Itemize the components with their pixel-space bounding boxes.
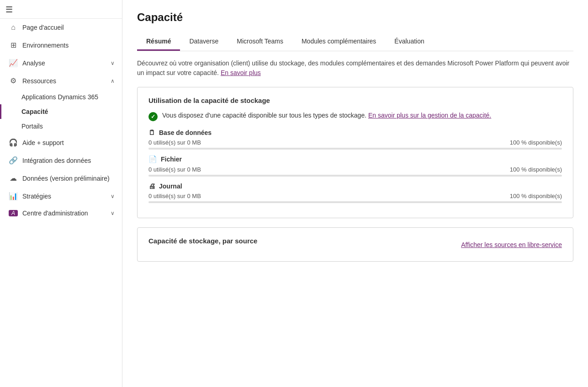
tab-teams[interactable]: Microsoft Teams bbox=[228, 33, 292, 51]
tab-dataverse[interactable]: Dataverse bbox=[180, 33, 228, 51]
page-title: Capacité bbox=[137, 11, 573, 24]
centre-icon: A bbox=[9, 210, 18, 216]
tab-evaluation[interactable]: Évaluation bbox=[385, 33, 433, 51]
sidebar: ☰ ⌂ Page d'accueil ⊞ Environnements 📈 An… bbox=[0, 0, 122, 387]
storage-card-title: Utilisation de la capacité de stockage bbox=[148, 97, 562, 104]
tab-modules[interactable]: Modules complémentaires bbox=[292, 33, 385, 51]
sidebar-item-aide[interactable]: 🎧 Aide + support bbox=[0, 134, 122, 151]
database-available-text: 100 % disponible(s) bbox=[510, 139, 562, 146]
database-progress-bg bbox=[148, 148, 562, 150]
source-card-link[interactable]: Afficher les sources en libre-service bbox=[461, 241, 562, 248]
home-icon: ⌂ bbox=[9, 23, 18, 32]
source-card-title: Capacité de stockage, par source bbox=[148, 237, 257, 245]
sidebar-item-ressources[interactable]: ⚙ Ressources ∧ bbox=[0, 72, 122, 90]
storage-status-message: Vous disposez d'une capacité disponible … bbox=[148, 112, 562, 121]
main-content: Capacité Résumé Dataverse Microsoft Team… bbox=[122, 0, 588, 387]
sidebar-sub-item-label: Portails bbox=[21, 123, 43, 130]
chevron-down-icon: ∨ bbox=[111, 193, 115, 199]
sidebar-sub-item-portails[interactable]: Portails bbox=[0, 119, 122, 134]
sidebar-item-integration[interactable]: 🔗 Intégration des données bbox=[0, 151, 122, 169]
sidebar-item-label: Intégration des données bbox=[22, 157, 91, 164]
sidebar-item-label: Analyse bbox=[22, 59, 45, 67]
journal-progress-bg bbox=[148, 201, 562, 203]
journal-available-text: 100 % disponible(s) bbox=[510, 193, 562, 199]
journal-used-text: 0 utilisé(s) sur 0 MB bbox=[148, 193, 201, 199]
donnees-icon: ☁ bbox=[9, 174, 18, 183]
tabs-bar: Résumé Dataverse Microsoft Teams Modules… bbox=[137, 33, 573, 51]
fichier-section-header: 📄 Fichier bbox=[148, 155, 562, 163]
status-ok-icon bbox=[148, 112, 158, 121]
environments-icon: ⊞ bbox=[9, 41, 18, 49]
strategies-icon: 📊 bbox=[9, 192, 18, 200]
chevron-down-icon: ∨ bbox=[111, 210, 115, 216]
chevron-up-icon: ∧ bbox=[111, 78, 115, 84]
journal-bar-row: 0 utilisé(s) sur 0 MB 100 % disponible(s… bbox=[148, 193, 562, 199]
status-link[interactable]: En savoir plus sur la gestion de la capa… bbox=[368, 112, 491, 119]
sidebar-item-label: Ressources bbox=[22, 77, 56, 85]
storage-section-database: 🗒 Base de données 0 utilisé(s) sur 0 MB … bbox=[148, 129, 562, 150]
sidebar-item-strategies[interactable]: 📊 Stratégies ∨ bbox=[0, 187, 122, 205]
database-icon: 🗒 bbox=[148, 129, 155, 136]
source-capacity-card: Capacité de stockage, par source Affiche… bbox=[137, 227, 573, 262]
source-link-text[interactable]: libre-service bbox=[528, 241, 562, 248]
sidebar-item-label: Page d'accueil bbox=[22, 24, 64, 31]
fichier-used-text: 0 utilisé(s) sur 0 MB bbox=[148, 166, 201, 173]
page-description: Découvrez où votre organisation (client)… bbox=[137, 59, 573, 78]
source-card-header: Capacité de stockage, par source Affiche… bbox=[148, 237, 562, 252]
fichier-available-text: 100 % disponible(s) bbox=[510, 166, 562, 173]
sidebar-sub-item-label: Capacité bbox=[21, 108, 48, 115]
sidebar-item-analyse[interactable]: 📈 Analyse ∨ bbox=[0, 54, 122, 72]
integration-icon: 🔗 bbox=[9, 156, 18, 165]
sidebar-item-label: Stratégies bbox=[22, 193, 51, 200]
analyse-icon: 📈 bbox=[9, 59, 18, 67]
status-text: Vous disposez d'une capacité disponible … bbox=[162, 112, 491, 119]
journal-section-header: 🖨 Journal bbox=[148, 182, 562, 190]
storage-section-fichier: 📄 Fichier 0 utilisé(s) sur 0 MB 100 % di… bbox=[148, 155, 562, 177]
storage-section-journal: 🖨 Journal 0 utilisé(s) sur 0 MB 100 % di… bbox=[148, 182, 562, 203]
sidebar-top: ☰ bbox=[0, 0, 122, 19]
description-link[interactable]: En savoir plus bbox=[221, 69, 261, 76]
database-section-header: 🗒 Base de données bbox=[148, 129, 562, 136]
ressources-icon: ⚙ bbox=[9, 76, 18, 85]
journal-label: Journal bbox=[159, 183, 182, 190]
database-label: Base de données bbox=[159, 129, 212, 136]
sidebar-item-label: Données (version préliminaire) bbox=[22, 175, 110, 182]
fichier-bar-row: 0 utilisé(s) sur 0 MB 100 % disponible(s… bbox=[148, 166, 562, 173]
database-bar-row: 0 utilisé(s) sur 0 MB 100 % disponible(s… bbox=[148, 139, 562, 146]
storage-utilization-card: Utilisation de la capacité de stockage V… bbox=[137, 87, 573, 218]
sidebar-item-label: Environnements bbox=[22, 42, 69, 49]
sidebar-sub-item-applications[interactable]: Applications Dynamics 365 bbox=[0, 90, 122, 104]
sidebar-sub-item-capacite[interactable]: Capacité bbox=[0, 104, 122, 119]
sidebar-item-label: Aide + support bbox=[22, 139, 64, 146]
fichier-label: Fichier bbox=[161, 156, 182, 163]
aide-icon: 🎧 bbox=[9, 138, 18, 147]
hamburger-icon[interactable]: ☰ bbox=[5, 5, 13, 14]
sidebar-item-donnees[interactable]: ☁ Données (version préliminaire) bbox=[0, 169, 122, 187]
sidebar-item-home[interactable]: ⌂ Page d'accueil bbox=[0, 19, 122, 36]
sidebar-item-environments[interactable]: ⊞ Environnements bbox=[0, 36, 122, 54]
sidebar-item-centre[interactable]: A Centre d'administration ∨ bbox=[0, 205, 122, 221]
fichier-progress-bg bbox=[148, 175, 562, 177]
sidebar-sub-item-label: Applications Dynamics 365 bbox=[21, 93, 98, 101]
sidebar-item-label: Centre d'administration bbox=[22, 210, 88, 217]
chevron-down-icon: ∨ bbox=[111, 60, 115, 66]
fichier-icon: 📄 bbox=[148, 155, 157, 163]
tab-resume[interactable]: Résumé bbox=[137, 33, 180, 51]
database-used-text: 0 utilisé(s) sur 0 MB bbox=[148, 139, 201, 146]
journal-icon: 🖨 bbox=[148, 182, 155, 190]
